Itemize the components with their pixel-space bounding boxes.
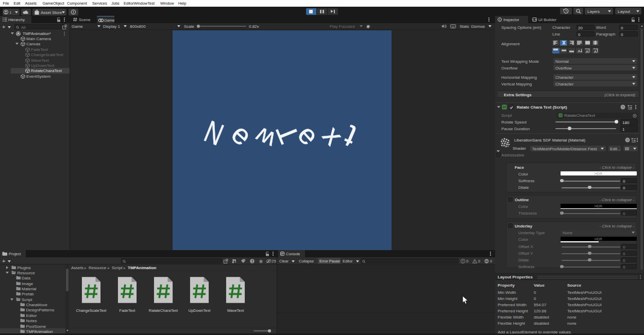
svg-text:?: ? — [626, 138, 629, 142]
svg-text:A: A — [594, 49, 597, 53]
svg-text:?: ? — [622, 105, 624, 109]
svg-text:A: A — [586, 49, 589, 53]
svg-text:A: A — [578, 48, 581, 53]
